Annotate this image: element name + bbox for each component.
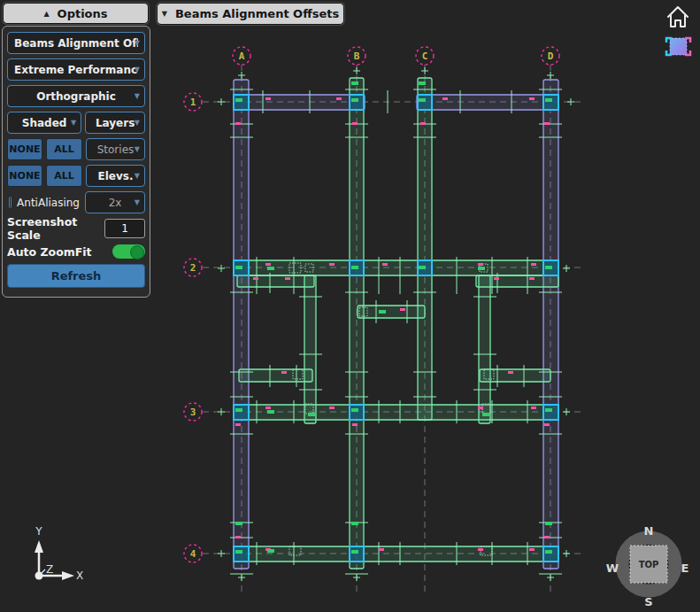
view-tab[interactable]: ▼ Beams Alignment Offsets [157, 3, 344, 25]
app-window: A B C D 1 2 3 4 [0, 0, 700, 612]
antialiasing-level-value: 2x [109, 197, 122, 209]
chevron-down-icon: ▼ [135, 172, 140, 180]
purple-column-members[interactable] [234, 80, 558, 569]
performance-dropdown[interactable]: Extreme Performance ▼ [7, 58, 145, 81]
collapse-up-icon: ▲ [43, 10, 49, 18]
zoom-fit-icon [670, 38, 687, 55]
chevron-down-icon: ▼ [135, 39, 140, 47]
view-compass[interactable]: TOP N W E S [606, 524, 689, 608]
options-panel-header[interactable]: ▲ Options [3, 3, 149, 24]
preset-dropdown-value: Beams Alignment Offse [14, 37, 138, 50]
stories-dropdown[interactable]: Stories ▼ [86, 138, 145, 160]
antialiasing-checkbox[interactable] [9, 197, 12, 208]
chevron-down-icon: ▼ [135, 145, 140, 153]
grid-bubble-label: B [354, 50, 360, 62]
compass-east-label: E [681, 562, 689, 575]
grid-bubble-label: 1 [190, 97, 196, 108]
auto-zoomfit-toggle[interactable] [112, 244, 145, 259]
stories-dropdown-value: Stories [97, 143, 135, 156]
stories-all-button[interactable]: ALL [46, 138, 82, 160]
shading-dropdown-value: Shaded [22, 117, 67, 129]
preset-dropdown[interactable]: Beams Alignment Offse ▼ [7, 32, 145, 54]
screenshot-scale-input[interactable] [104, 219, 145, 238]
view-tab-label: Beams Alignment Offsets [175, 7, 339, 20]
grid-bubble-label: A [239, 50, 245, 62]
options-panel: Beams Alignment Offse ▼ Extreme Performa… [2, 26, 150, 298]
grid-bubble-label: 2 [190, 262, 196, 274]
chevron-down-icon: ▼ [162, 10, 167, 18]
refresh-button[interactable]: Refresh [7, 264, 145, 288]
grid-bubble-label: 3 [190, 407, 196, 418]
elevs-none-button[interactable]: NONE [7, 165, 42, 187]
chevron-down-icon: ▼ [135, 66, 140, 74]
grid-bubble-label: C [422, 50, 428, 62]
axis-z-label: Z [46, 563, 53, 576]
options-title: Options [58, 7, 108, 20]
compass-west-label: W [606, 562, 619, 575]
auto-zoomfit-label: Auto ZoomFit [7, 245, 112, 259]
antialiasing-level-dropdown[interactable]: 2x ▼ [85, 191, 145, 213]
axis-triad: Y X Z [35, 525, 83, 582]
chevron-down-icon: ▼ [135, 92, 140, 100]
axis-y-label: Y [35, 525, 42, 538]
chevron-down-icon: ▼ [135, 119, 140, 127]
screenshot-scale-label: Screenshot Scale [7, 215, 104, 242]
chevron-down-icon: ▼ [135, 198, 140, 206]
projection-dropdown[interactable]: Orthographic ▼ [7, 85, 145, 107]
axis-x-label: X [76, 569, 83, 582]
offset-labels-pink [235, 97, 550, 551]
layers-dropdown[interactable]: Layers ▼ [85, 112, 145, 134]
elevs-all-button[interactable]: ALL [46, 165, 82, 187]
grid-bubble-label: D [548, 50, 554, 62]
joint-markers-cyan[interactable] [234, 95, 558, 562]
elevs-dropdown[interactable]: Elevs. ▼ [86, 165, 145, 187]
elevs-dropdown-value: Elevs. [98, 170, 134, 182]
chevron-down-icon: ▼ [71, 119, 76, 127]
compass-north-label: N [644, 524, 654, 538]
antialiasing-label: AntiAliasing [17, 197, 80, 209]
toggle-knob [130, 245, 144, 260]
tick-marks [218, 67, 574, 581]
green-beam-members[interactable] [234, 78, 558, 569]
compass-south-label: S [644, 595, 652, 608]
shading-dropdown[interactable]: Shaded ▼ [7, 112, 81, 134]
compass-top-label: TOP [639, 560, 659, 569]
home-button[interactable] [668, 7, 688, 27]
layers-dropdown-value: Layers [96, 117, 135, 129]
performance-dropdown-value: Extreme Performance [14, 64, 138, 76]
grid-bubble-label: 4 [190, 548, 196, 560]
stories-none-button[interactable]: NONE [7, 138, 42, 160]
grid-lines [203, 65, 582, 592]
home-icon [668, 7, 688, 27]
projection-dropdown-value: Orthographic [36, 90, 116, 103]
zoom-fit-button[interactable] [666, 38, 690, 55]
